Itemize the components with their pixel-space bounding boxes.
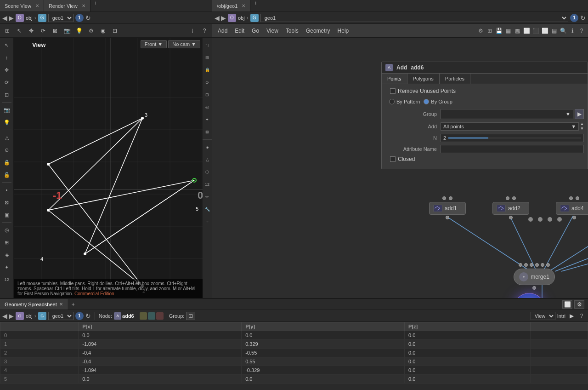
cell-value[interactable]: -0.4	[79, 349, 242, 357]
props-tab-particles[interactable]: Particles	[440, 74, 470, 84]
close-scene-view[interactable]: ✕	[35, 3, 39, 8]
props-tab-polygons[interactable]: Polygons	[407, 74, 440, 84]
group-arrow-btn[interactable]: ▶	[575, 109, 584, 119]
closed-checkbox[interactable]	[390, 156, 396, 162]
nav-forward-right[interactable]: ▶	[221, 14, 226, 22]
node-add4[interactable]: add4	[556, 196, 588, 219]
node-add2[interactable]: add2	[492, 196, 529, 219]
tool-yank[interactable]: ↕	[1, 52, 13, 63]
tool-light[interactable]: 💡	[74, 25, 85, 36]
node-add2-output-dot[interactable]	[509, 216, 513, 219]
node-add1-output-dot[interactable]	[446, 216, 449, 219]
cell-value[interactable]: 0.0	[79, 331, 242, 340]
menu-go[interactable]: Go	[248, 27, 263, 35]
tool-move2[interactable]: ✥	[1, 64, 13, 76]
tool-help[interactable]: ?	[199, 25, 210, 36]
tab-render-view[interactable]: Render View ✕	[44, 0, 90, 11]
tool-stop[interactable]: ◉	[97, 25, 108, 36]
tool-wire[interactable]: ⊠	[1, 196, 13, 208]
cell-value[interactable]: 0.0	[405, 375, 531, 384]
cell-value[interactable]: 0.0	[405, 366, 531, 375]
node-add4-output-dot[interactable]	[572, 216, 576, 219]
cell-value[interactable]: 0.0	[405, 340, 531, 349]
tool-rotate2[interactable]: ⟳	[1, 76, 13, 88]
ne-i1[interactable]: ⬜	[522, 26, 531, 35]
refresh-right[interactable]: ↻	[580, 14, 586, 22]
rt-tool11[interactable]: ⬡	[201, 166, 212, 178]
geo-icon-right[interactable]: G	[250, 14, 259, 22]
node-merge1[interactable]: ✦ merge1	[514, 263, 555, 290]
cell-value[interactable]: -1.094	[79, 340, 242, 349]
tool-camera[interactable]: 📷	[62, 25, 73, 36]
tool-render-opts[interactable]: ⁞	[187, 25, 198, 36]
ne-help[interactable]: ?	[577, 26, 586, 35]
cell-value[interactable]: -0.4	[79, 357, 242, 366]
bottom-help[interactable]: ?	[577, 312, 586, 320]
tool-scale[interactable]: ⊠	[50, 25, 61, 36]
rt-tool9[interactable]: ◈	[201, 141, 212, 153]
bottom-obj-icon[interactable]: O	[16, 312, 24, 320]
view-select[interactable]: View	[531, 312, 555, 320]
tab-scene-view[interactable]: Scene View ✕	[0, 0, 44, 11]
geo-select-right[interactable]: geo1	[260, 14, 568, 22]
add-right-tab[interactable]: +	[250, 0, 261, 11]
tool-face[interactable]: ▣	[1, 209, 13, 221]
cell-value[interactable]: 0.329	[242, 340, 405, 349]
tool-select-mode[interactable]: ↖	[1, 39, 13, 51]
tool-point[interactable]: •	[1, 184, 13, 196]
merge1-in2[interactable]	[524, 263, 528, 267]
cell-value[interactable]: -0.329	[242, 366, 405, 375]
tool-rotate[interactable]: ⟳	[38, 25, 49, 36]
menu-geometry[interactable]: Geometry	[302, 27, 334, 35]
bmi-2[interactable]	[148, 312, 155, 320]
bottom-expand[interactable]: ⬜	[562, 300, 572, 309]
by-pattern-radio[interactable]	[389, 99, 395, 104]
cell-value[interactable]: 0.0	[79, 375, 242, 384]
geo-icon-left[interactable]: G	[38, 14, 46, 22]
node-add4-input-dot2[interactable]	[576, 196, 579, 200]
tool-extra1[interactable]: ◎	[1, 224, 13, 236]
attr-name-input[interactable]	[441, 145, 584, 153]
merge1-in6[interactable]	[546, 263, 550, 267]
ne-i4[interactable]: ▤	[549, 26, 559, 35]
tool-display[interactable]: ⊡	[109, 25, 120, 36]
ne-i2[interactable]: ⬛	[531, 26, 540, 35]
add-bottom-tab[interactable]: +	[68, 301, 79, 308]
merge1-in5[interactable]	[541, 263, 544, 267]
close-geo1-tab[interactable]: ✕	[242, 3, 245, 8]
menu-view[interactable]: View	[263, 27, 282, 35]
node-add2-input-dot2[interactable]	[512, 196, 516, 200]
stepper-up[interactable]: ▲	[580, 122, 584, 126]
node-add2-body[interactable]: add2	[492, 202, 529, 215]
tool-geo[interactable]: △	[1, 132, 13, 143]
node-add1-input-dot[interactable]	[442, 196, 446, 200]
merge1-in4[interactable]	[535, 263, 539, 267]
tool-lock2[interactable]: 🔓	[1, 169, 13, 181]
tool-extra4[interactable]: ✦	[1, 261, 13, 273]
bottom-tab-spreadsheet[interactable]: Geometry Spreadsheet ✕	[0, 299, 68, 310]
tool-number[interactable]: 12	[1, 274, 13, 286]
tool-extra2[interactable]: ⊞	[1, 236, 13, 248]
close-render-view[interactable]: ✕	[82, 3, 85, 8]
ne-template[interactable]: ⊞	[485, 26, 494, 35]
cell-value[interactable]: 0.0	[405, 357, 531, 366]
bottom-geo-icon[interactable]: G	[38, 312, 46, 320]
rt-tool1[interactable]: ↑↓	[201, 39, 212, 51]
menu-tools[interactable]: Tools	[282, 27, 302, 35]
menu-add[interactable]: Add	[214, 27, 231, 35]
rt-edit[interactable]: ✏	[201, 191, 212, 203]
add-stepper[interactable]: ▲ ▼	[580, 122, 584, 131]
add6-glow-circle[interactable]	[513, 293, 545, 298]
obj-icon-right[interactable]: O	[228, 14, 236, 22]
col-py[interactable]: P[y]	[242, 322, 405, 331]
cell-value[interactable]: 0.0	[405, 349, 531, 357]
cell-value[interactable]: 0.0	[405, 331, 531, 340]
nav-back-left[interactable]: ◀	[2, 14, 7, 22]
ne-save[interactable]: 💾	[494, 26, 503, 35]
tool-snap[interactable]: ⊙	[1, 144, 13, 156]
tool-move[interactable]: ✥	[26, 25, 37, 36]
merge1-body[interactable]: ✦ merge1	[514, 269, 555, 285]
bmi-1[interactable]	[140, 312, 147, 320]
menu-help[interactable]: Help	[334, 27, 353, 35]
cell-value[interactable]: 0.0	[242, 331, 405, 340]
